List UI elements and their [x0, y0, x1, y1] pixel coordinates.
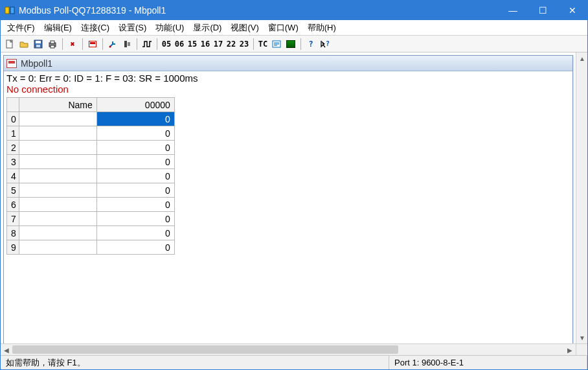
new-button[interactable]: [3, 38, 16, 51]
name-cell[interactable]: [19, 169, 96, 183]
child-window-icon: [6, 59, 17, 68]
status-line: Tx = 0: Err = 0: ID = 1: F = 03: SR = 10…: [6, 73, 570, 84]
table-row[interactable]: 00: [7, 112, 175, 126]
maximize-button[interactable]: ☐: [528, 1, 558, 20]
menu-view[interactable]: 视图(V): [227, 21, 262, 35]
func-22-button[interactable]: 22: [225, 38, 237, 51]
table-row[interactable]: 60: [7, 198, 175, 212]
menu-file[interactable]: 文件(F): [3, 21, 39, 35]
mdi-vertical-scrollbar[interactable]: ▲ ▼: [576, 52, 587, 343]
table-row[interactable]: 80: [7, 226, 175, 240]
func-05-button[interactable]: 05: [161, 38, 172, 51]
grid-corner[interactable]: [7, 98, 19, 112]
log-button[interactable]: [270, 38, 283, 51]
disconnect-icon: [122, 40, 131, 49]
name-cell[interactable]: [19, 155, 96, 169]
func-17-button[interactable]: 17: [212, 38, 224, 51]
connect-button[interactable]: [106, 38, 119, 51]
value-cell[interactable]: 0: [96, 141, 174, 155]
func-15-button[interactable]: 15: [187, 38, 198, 51]
titlebar[interactable]: Modbus Poll-QQ71288319 - Mbpoll1 — ☐ ✕: [1, 1, 587, 20]
scroll-left-arrow-icon[interactable]: ◀: [1, 344, 12, 355]
table-row[interactable]: 30: [7, 155, 175, 169]
save-button[interactable]: [32, 38, 45, 51]
hscroll-thumb[interactable]: [12, 345, 398, 354]
name-cell[interactable]: [19, 212, 96, 226]
toolbar-separator: [137, 38, 137, 50]
menu-edit[interactable]: 编辑(E): [40, 21, 76, 35]
register-grid[interactable]: Name 00000 00102030405060708090: [6, 97, 175, 255]
open-button[interactable]: [17, 38, 30, 51]
close-button[interactable]: ✕: [558, 1, 587, 20]
row-header[interactable]: 0: [7, 112, 19, 126]
table-row[interactable]: 20: [7, 141, 175, 155]
value-cell[interactable]: 0: [96, 183, 174, 198]
column-header-name[interactable]: Name: [19, 98, 96, 112]
row-header[interactable]: 6: [7, 198, 19, 212]
scroll-up-arrow-icon[interactable]: ▲: [576, 52, 587, 64]
menu-functions[interactable]: 功能(U): [152, 21, 188, 35]
value-cell[interactable]: 0: [96, 169, 174, 183]
value-cell[interactable]: 0: [96, 212, 174, 226]
name-cell[interactable]: [19, 141, 96, 155]
name-cell[interactable]: [19, 126, 96, 141]
value-cell[interactable]: 0: [96, 226, 174, 240]
hscroll-track[interactable]: [12, 344, 564, 355]
row-header[interactable]: 9: [7, 240, 19, 255]
mdi-horizontal-scrollbar[interactable]: ◀ ▶: [1, 343, 576, 355]
menu-display[interactable]: 显示(D): [189, 21, 225, 35]
table-row[interactable]: 50: [7, 183, 175, 198]
delete-button[interactable]: ✖: [66, 38, 79, 51]
statusbar-help-hint: 如需帮助，请按 F1。: [1, 356, 389, 369]
row-header[interactable]: 1: [7, 126, 19, 141]
menu-connection[interactable]: 连接(C): [77, 21, 113, 35]
statusbar-port-info: Port 1: 9600-8-E-1: [389, 356, 587, 369]
row-header[interactable]: 2: [7, 141, 19, 155]
func-06-button[interactable]: 06: [174, 38, 185, 51]
row-header[interactable]: 3: [7, 155, 19, 169]
table-row[interactable]: 40: [7, 169, 175, 183]
child-window-titlebar[interactable]: Mbpoll1: [4, 56, 572, 71]
func-23-button[interactable]: 23: [238, 38, 250, 51]
context-help-button[interactable]: ?: [319, 38, 332, 51]
svg-point-9: [109, 45, 111, 47]
value-cell[interactable]: 0: [96, 198, 174, 212]
svg-rect-11: [128, 42, 130, 46]
vscroll-track[interactable]: [576, 64, 587, 332]
row-header[interactable]: 4: [7, 169, 19, 183]
column-header-value[interactable]: 00000: [96, 98, 174, 112]
help-button[interactable]: ?: [304, 38, 317, 51]
row-header[interactable]: 8: [7, 226, 19, 240]
row-header[interactable]: 7: [7, 212, 19, 226]
name-cell[interactable]: [19, 112, 96, 126]
menu-window[interactable]: 窗口(W): [264, 21, 302, 35]
menubar: 文件(F) 编辑(E) 连接(C) 设置(S) 功能(U) 显示(D) 视图(V…: [1, 20, 587, 36]
mdi-inner: Mbpoll1 Tx = 0: Err = 0: ID = 1: F = 03:…: [1, 52, 576, 343]
table-row[interactable]: 10: [7, 126, 175, 141]
table-row[interactable]: 70: [7, 212, 175, 226]
pulse-button[interactable]: [141, 38, 153, 51]
menu-setup[interactable]: 设置(S): [115, 21, 150, 35]
scroll-right-arrow-icon[interactable]: ▶: [564, 344, 576, 355]
print-button[interactable]: [46, 38, 59, 51]
menu-help[interactable]: 帮助(H): [304, 21, 340, 35]
value-cell[interactable]: 0: [96, 155, 174, 169]
definition-icon: [89, 41, 96, 47]
row-header[interactable]: 5: [7, 183, 19, 198]
func-16-button[interactable]: 16: [199, 38, 211, 51]
value-cell[interactable]: 0: [96, 126, 174, 141]
name-cell[interactable]: [19, 240, 96, 255]
disconnect-button[interactable]: [120, 38, 133, 51]
value-cell[interactable]: 0: [96, 112, 174, 126]
mbpoll-child-window[interactable]: Mbpoll1 Tx = 0: Err = 0: ID = 1: F = 03:…: [3, 55, 573, 343]
tc-button[interactable]: TC: [257, 38, 269, 51]
name-cell[interactable]: [19, 226, 96, 240]
chip-button[interactable]: [284, 38, 297, 51]
name-cell[interactable]: [19, 198, 96, 212]
table-row[interactable]: 90: [7, 240, 175, 255]
scroll-down-arrow-icon[interactable]: ▼: [576, 332, 587, 343]
value-cell[interactable]: 0: [96, 240, 174, 255]
definition-button[interactable]: [86, 38, 99, 51]
minimize-button[interactable]: —: [498, 1, 528, 20]
name-cell[interactable]: [19, 183, 96, 198]
